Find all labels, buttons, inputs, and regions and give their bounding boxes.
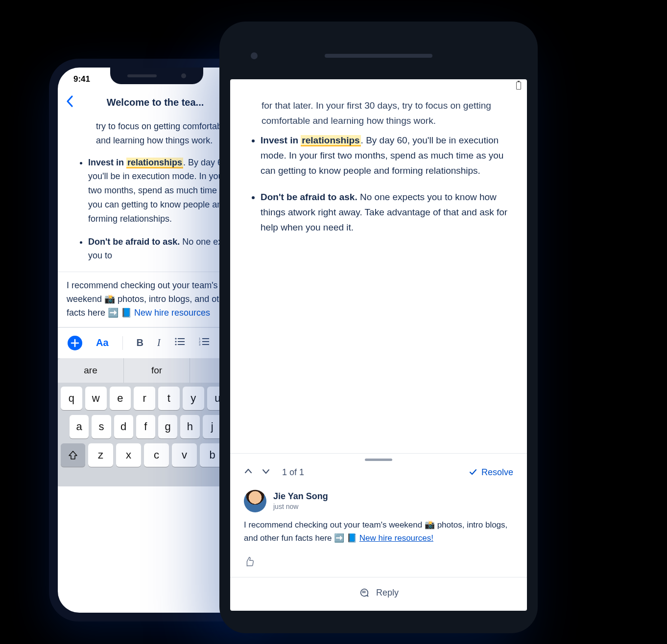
android-top-bezel — [230, 32, 527, 79]
document-icon: 📘 — [121, 308, 134, 318]
avatar[interactable] — [244, 490, 266, 512]
drag-handle[interactable] — [230, 454, 527, 463]
chevron-left-icon — [66, 95, 74, 108]
bold-text: Don't be afraid to ask. — [88, 237, 180, 247]
key-j[interactable]: j — [203, 415, 222, 438]
comment-timestamp: just now — [273, 503, 328, 510]
text-style-button[interactable]: Aa — [96, 337, 109, 348]
key-y[interactable]: y — [183, 387, 204, 410]
svg-rect-9 — [202, 341, 209, 342]
document-content[interactable]: for that later. In your first 30 days, t… — [230, 92, 527, 256]
android-status-bar — [230, 79, 527, 92]
bold-text: Invest in — [261, 135, 301, 145]
svg-point-4 — [175, 344, 176, 345]
battery-icon — [516, 82, 521, 90]
key-r[interactable]: r — [134, 387, 155, 410]
key-f[interactable]: f — [136, 415, 155, 438]
comment-link[interactable]: New hire resources — [134, 308, 210, 318]
key-t[interactable]: t — [158, 387, 180, 410]
svg-rect-5 — [178, 344, 185, 345]
iphone-notch — [110, 68, 203, 84]
comment-author: Jie Yan Song just now — [244, 490, 513, 512]
front-camera — [181, 73, 186, 78]
plus-icon — [71, 339, 79, 347]
key-v[interactable]: v — [172, 443, 197, 467]
highlighted-text[interactable]: relationships — [126, 158, 183, 168]
bullet-list-icon — [174, 337, 185, 346]
resolve-label: Resolve — [481, 467, 513, 478]
svg-rect-1 — [178, 338, 185, 339]
comment-link[interactable]: New hire resources! — [359, 533, 433, 543]
chevron-down-icon — [262, 467, 270, 476]
front-camera — [251, 52, 258, 59]
bold-text: Don't be afraid to ask. — [261, 192, 357, 202]
key-w[interactable]: w — [85, 387, 107, 410]
svg-rect-11 — [202, 344, 209, 345]
back-button[interactable] — [66, 95, 74, 110]
insert-button[interactable] — [68, 336, 82, 350]
svg-rect-3 — [178, 341, 185, 342]
reply-bar[interactable]: Reply — [230, 577, 527, 611]
speaker-slot — [127, 74, 157, 77]
list-item: Invest in relationships. By day 60, you'… — [261, 133, 509, 179]
suggestion[interactable]: for — [124, 358, 190, 383]
thumbs-up-icon — [244, 556, 255, 567]
key-x[interactable]: x — [116, 443, 141, 467]
bold-text: Invest in — [88, 158, 126, 167]
key-e[interactable]: e — [110, 387, 131, 410]
author-name: Jie Yan Song — [273, 491, 328, 502]
shift-key[interactable] — [61, 443, 85, 467]
speaker-slot — [325, 54, 432, 58]
android-screen: for that later. In your first 30 days, t… — [230, 79, 527, 611]
resolve-button[interactable]: Resolve — [469, 467, 513, 478]
bold-button[interactable]: B — [137, 337, 143, 348]
comment-nav-bar: 1 of 1 Resolve — [230, 463, 527, 487]
paragraph: for that later. In your first 30 days, t… — [262, 98, 509, 129]
prev-comment-button[interactable] — [244, 467, 253, 478]
svg-point-2 — [175, 341, 176, 343]
key-c[interactable]: c — [144, 443, 169, 467]
key-q[interactable]: q — [61, 387, 82, 410]
shift-icon — [68, 450, 78, 460]
comment-count: 1 of 1 — [282, 467, 304, 478]
svg-rect-7 — [202, 338, 209, 339]
list-item: Don't be afraid to ask. No one expects y… — [261, 189, 509, 235]
comment-text: I recommend checking out your team's wee… — [244, 518, 513, 545]
numbered-list-button[interactable]: 123 — [199, 337, 210, 348]
key-a[interactable]: a — [70, 415, 89, 438]
reply-label: Reply — [376, 588, 399, 598]
check-icon — [469, 468, 477, 477]
next-comment-button[interactable] — [262, 467, 270, 478]
chevron-up-icon — [244, 467, 253, 476]
highlighted-text[interactable]: relationships — [301, 135, 360, 146]
key-s[interactable]: s — [92, 415, 111, 438]
key-g[interactable]: g — [158, 415, 177, 438]
status-time: 9:41 — [73, 74, 90, 84]
comment-body: Jie Yan Song just now I recommend checki… — [230, 487, 527, 552]
divider — [122, 336, 123, 350]
comment-icon — [358, 587, 369, 598]
android-frame: for that later. In your first 30 days, t… — [219, 22, 538, 633]
key-d[interactable]: d — [114, 415, 133, 438]
key-h[interactable]: h — [180, 415, 199, 438]
page-title: Welcome to the tea... — [79, 97, 231, 108]
italic-button[interactable]: I — [157, 337, 161, 348]
key-z[interactable]: z — [88, 443, 113, 467]
like-button[interactable] — [244, 560, 255, 569]
document-icon: 📘 — [347, 533, 359, 543]
numbered-list-icon: 123 — [199, 337, 210, 346]
like-row — [230, 552, 527, 577]
svg-text:3: 3 — [199, 343, 201, 346]
bullet-list-button[interactable] — [174, 337, 185, 348]
svg-point-0 — [175, 338, 176, 340]
suggestion[interactable]: are — [58, 358, 124, 383]
